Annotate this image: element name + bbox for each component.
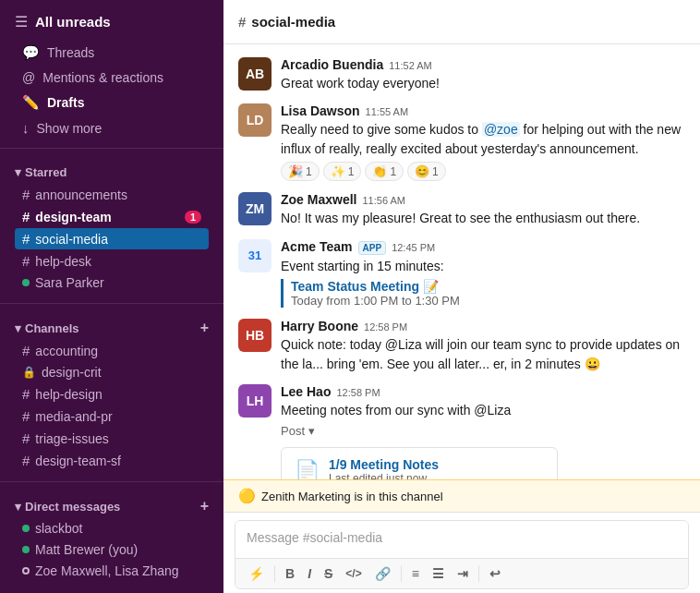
msg-header-lisa: Lisa Dawson 11:55 AM	[281, 103, 685, 118]
channel-help-desk[interactable]: # help-desk	[15, 250, 209, 272]
hash-icon: #	[22, 187, 30, 202]
app-badge: APP	[358, 241, 387, 255]
channel-triage-issues[interactable]: # triage-issues	[15, 428, 209, 449]
message-acme: 31 Acme Team APP 12:45 PM Event starting…	[223, 234, 700, 313]
msg-text: Really need to give some kudos to @zoe f…	[281, 120, 685, 158]
notification-icon: 🟡	[238, 488, 256, 504]
channel-social-media[interactable]: # social-media	[15, 228, 209, 249]
channel-design-team[interactable]: # design-team 1	[15, 206, 209, 227]
channel-media-and-pr[interactable]: # media-and-pr	[15, 405, 209, 427]
sidebar-title: All unreads	[35, 14, 111, 30]
avatar-lisa: LD	[238, 103, 272, 137]
channels-label: Channels	[25, 321, 79, 335]
hash-icon: #	[22, 209, 30, 224]
nav-mentions[interactable]: @ Mentions & reactions	[7, 66, 216, 90]
hash-icon: #	[22, 231, 30, 247]
channels-header[interactable]: ▾ Channels +	[15, 317, 209, 339]
undo-button[interactable]: ↩	[484, 563, 506, 585]
add-dm-button[interactable]: +	[200, 499, 209, 514]
channel-header: # social-media	[223, 0, 700, 44]
msg-text: No! It was my pleasure! Great to see the…	[281, 209, 685, 227]
starred-header[interactable]: ▾ Starred	[15, 162, 209, 183]
reaction-smile[interactable]: 😊1	[407, 162, 446, 181]
chevron-down-icon: ▾	[308, 424, 315, 438]
dm-name: Sara Parker	[35, 275, 104, 290]
mention-zoe[interactable]: @zoe	[482, 122, 520, 137]
nav-show-more[interactable]: ↓ Show more	[7, 115, 216, 140]
dm-header[interactable]: ▾ Direct messages +	[15, 495, 209, 517]
nav-drafts[interactable]: ✏️ Drafts	[7, 90, 216, 115]
italic-button[interactable]: I	[302, 563, 317, 585]
lightning-button[interactable]: ⚡	[243, 563, 270, 585]
toolbar-separator	[274, 565, 275, 582]
hash-icon: #	[22, 453, 30, 468]
file-attachment[interactable]: 📄 1/9 Meeting Notes Last edited just now	[281, 447, 558, 480]
channel-announcements[interactable]: # announcements	[15, 184, 209, 205]
nav-threads[interactable]: 💬 Threads	[7, 40, 216, 66]
msg-time: 12:58 PM	[336, 387, 380, 398]
file-name: 1/9 Meeting Notes	[329, 457, 439, 472]
msg-time: 11:52 AM	[389, 60, 431, 71]
toolbar-separator-2	[401, 565, 402, 582]
file-icon: 📄	[295, 459, 320, 480]
message-input-area: ⚡ B I S </> 🔗 ≡ ☰ ⇥ ↩	[223, 512, 700, 593]
starred-section: ▾ Starred # announcements # design-team …	[0, 156, 223, 296]
avatar-harry: HB	[238, 319, 272, 352]
channel-title: social-media	[251, 14, 335, 30]
ordered-list-button[interactable]: ≡	[406, 563, 425, 585]
file-meta: Last edited just now	[329, 472, 439, 480]
msg-body-lisa: Lisa Dawson 11:55 AM Really need to give…	[281, 103, 685, 181]
mentions-icon: @	[22, 70, 35, 85]
notification-text: Zenith Marketing is in this channel	[261, 490, 443, 503]
main-content: # social-media AB Arcadio Buendia 11:52 …	[223, 0, 700, 593]
dm-zoe-lisa[interactable]: Zoe Maxwell, Lisa Zhang	[15, 561, 209, 581]
channel-name: media-and-pr	[35, 409, 112, 424]
unordered-list-button[interactable]: ☰	[427, 563, 450, 585]
dm-sara-parker[interactable]: Sara Parker	[15, 272, 209, 293]
channel-help-design[interactable]: # help-design	[15, 383, 209, 405]
channel-design-team-sf[interactable]: # design-team-sf	[15, 450, 209, 471]
link-button[interactable]: 🔗	[369, 563, 396, 585]
msg-name: Harry Boone	[281, 319, 358, 333]
message-arcadio: AB Arcadio Buendia 11:52 AM Great work t…	[223, 52, 700, 98]
lock-icon: 🔒	[22, 366, 36, 379]
threads-label: Threads	[47, 45, 94, 60]
toolbar-separator-3	[478, 565, 479, 582]
hash-icon: #	[22, 408, 30, 424]
reaction-clap[interactable]: 👏1	[365, 162, 404, 181]
msg-text: Quick note: today @Liza will join our te…	[281, 335, 685, 373]
dm-slackbot[interactable]: slackbot	[15, 518, 209, 539]
channel-accounting[interactable]: # accounting	[15, 340, 209, 361]
unread-badge: 1	[185, 211, 201, 224]
msg-name: Lisa Dawson	[281, 103, 360, 118]
event-title[interactable]: Team Status Meeting 📝	[291, 279, 685, 294]
channel-name: design-team-sf	[35, 454, 121, 468]
msg-name: Lee Hao	[281, 384, 331, 399]
msg-name: Arcadio Buendia	[281, 57, 383, 72]
post-button[interactable]: Post ▾	[281, 424, 315, 438]
dm-matt-brewer[interactable]: Matt Brewer (you)	[15, 539, 209, 560]
msg-time: 11:55 AM	[366, 106, 408, 117]
hamburger-icon[interactable]: ☰	[15, 13, 28, 30]
reaction-sparkles[interactable]: ✨1	[323, 162, 362, 181]
message-zoe: ZM Zoe Maxwell 11:56 AM No! It was my pl…	[223, 187, 700, 233]
dm-section: ▾ Direct messages + slackbot Matt Brewer…	[0, 490, 223, 584]
msg-text: Event starting in 15 minutes:	[281, 257, 685, 275]
reaction-party[interactable]: 🎉1	[281, 162, 320, 181]
show-more-label: Show more	[37, 121, 103, 136]
indent-button[interactable]: ⇥	[452, 563, 474, 585]
channel-design-crit[interactable]: 🔒 design-crit	[15, 362, 209, 382]
add-channel-button[interactable]: +	[200, 321, 209, 335]
msg-header-zoe: Zoe Maxwell 11:56 AM	[281, 192, 685, 207]
code-button[interactable]: </>	[340, 563, 367, 584]
message-input[interactable]	[235, 521, 688, 554]
online-dot-icon	[22, 546, 30, 553]
msg-time: 11:56 AM	[362, 195, 404, 206]
divider-3	[0, 481, 223, 482]
msg-body-harry: Harry Boone 12:58 PM Quick note: today @…	[281, 319, 685, 373]
channel-name: help-design	[35, 387, 102, 402]
bold-button[interactable]: B	[280, 563, 300, 585]
msg-body-lee: Lee Hao 12:58 PM Meeting notes from our …	[281, 384, 685, 479]
message-toolbar: ⚡ B I S </> 🔗 ≡ ☰ ⇥ ↩	[235, 558, 688, 588]
strikethrough-button[interactable]: S	[319, 563, 338, 585]
